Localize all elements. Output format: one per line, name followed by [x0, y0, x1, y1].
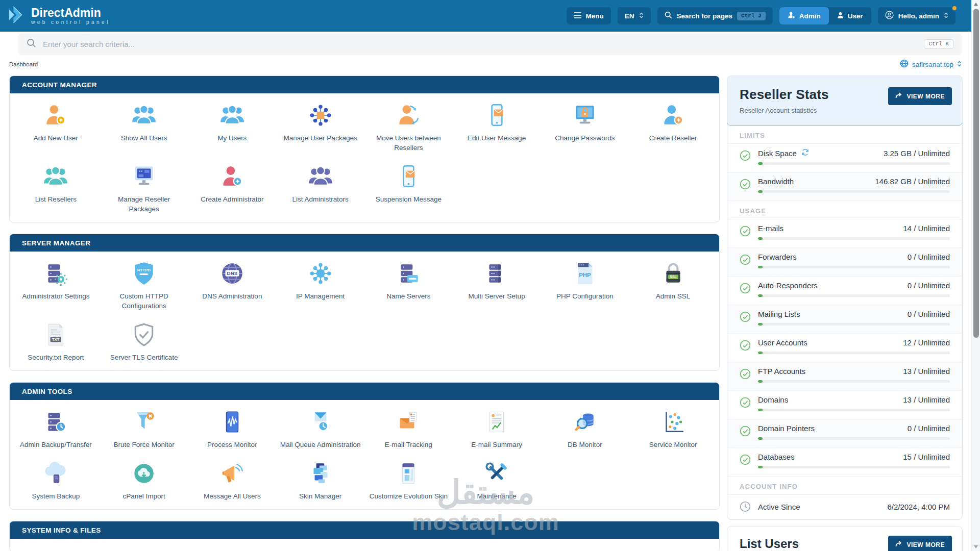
role-user-tab[interactable]: User [829, 7, 871, 24]
mail-clock-icon [308, 409, 333, 435]
stat-row-ftp-accounts: FTP Accounts13 / Unlimited [727, 362, 962, 391]
refresh-icon[interactable] [801, 148, 809, 158]
import-circle-icon [131, 461, 157, 486]
feature-item-system-backup[interactable]: System Backup [12, 454, 100, 505]
feature-item-maintenance[interactable]: Maintenance [453, 454, 541, 505]
chevron-updown-icon [639, 12, 644, 20]
feature-item-security-txt-report[interactable]: TXTSecurity.txt Report [12, 315, 100, 366]
scroll-down-arrow-icon[interactable] [974, 545, 978, 548]
breadcrumb[interactable]: Dashboard [9, 61, 38, 67]
svg-text:PHP: PHP [579, 272, 591, 278]
feature-item-brute-force-monitor[interactable]: Brute Force Monitor [100, 402, 188, 454]
feature-item-label: Mail Queue Administration [280, 440, 361, 449]
feature-item-label: Suspension Message [376, 194, 442, 204]
feature-item-label: DB Monitor [568, 440, 602, 449]
feature-item-label: Message All Users [204, 491, 261, 501]
stat-label: E-mails [758, 224, 783, 233]
feature-item-manage-user-packages[interactable]: Manage User Packages [276, 95, 364, 157]
feature-item-process-monitor[interactable]: Process Monitor [188, 402, 277, 454]
stat-row-user-accounts: User Accounts12 / Unlimited [727, 334, 962, 362]
search-icon [27, 38, 36, 50]
progress-bar [758, 437, 950, 440]
feature-item-php-configuration[interactable]: PHPPHP Configuration [541, 254, 629, 315]
section-card-account-manager: ACCOUNT MANAGERAdd New UserShow All User… [9, 76, 720, 222]
layout-icon [396, 461, 421, 486]
domain-selector[interactable]: safirsanat.top [900, 59, 962, 69]
language-selector[interactable]: EN [618, 7, 651, 24]
feature-item-service-monitor[interactable]: Service Monitor [629, 402, 717, 454]
scroll-up-arrow-icon[interactable] [974, 3, 978, 6]
feature-item-e-mail-summary[interactable]: E-mail Summary [453, 402, 541, 454]
feature-item-e-mail-tracking[interactable]: E-mail Tracking [364, 402, 453, 454]
user-circle-icon [885, 11, 894, 21]
cloud-drive-icon [43, 461, 68, 486]
feature-item-manage-reseller-packages[interactable]: Manage Reseller Packages [100, 157, 188, 218]
feature-item-create-reseller[interactable]: Create Reseller [629, 95, 717, 157]
account-menu[interactable]: Hello, admin [878, 7, 955, 24]
doc-chart-icon [484, 409, 509, 435]
feature-item-label: Administrator Settings [22, 291, 89, 301]
search-pages-button[interactable]: Search for pages Ctrl J [657, 7, 773, 24]
admin-user-icon [788, 11, 795, 20]
feature-item-skin-manager[interactable]: Skin Manager [276, 454, 364, 505]
feature-item-mail-queue-administration[interactable]: Mail Queue Administration [276, 402, 364, 454]
view-more-button[interactable]: VIEW MORE [888, 87, 952, 105]
feature-item-multi-server-setup[interactable]: Multi Server Setup [453, 254, 541, 315]
skin-layers-icon [308, 461, 333, 486]
role-admin-tab[interactable]: Admin [779, 7, 829, 24]
stat-row-mailing-lists: Mailing Lists0 / Unlimited [727, 305, 962, 334]
users-blue-icon [219, 103, 245, 128]
feature-item-my-users[interactable]: My Users [188, 95, 277, 157]
scrollbar-thumb[interactable] [973, 9, 979, 338]
progress-bar [758, 294, 950, 297]
feature-item-message-all-users[interactable]: Message All Users [188, 454, 277, 505]
feature-item-label: List Resellers [35, 194, 77, 204]
feature-item-customize-evolution-skin[interactable]: Customize Evolution Skin [364, 454, 453, 505]
feature-item-label: Change Passwords [555, 133, 615, 143]
lock-ssl-icon: SSL [660, 261, 686, 286]
wave-panel-icon [219, 409, 245, 435]
globe-icon [900, 59, 909, 69]
feature-item-cpanel-import[interactable]: cPanel Import [100, 454, 188, 505]
feature-item-change-passwords[interactable]: Change Passwords [541, 95, 629, 157]
search-input[interactable] [43, 40, 917, 48]
feature-item-label: Edit User Message [468, 133, 526, 143]
section-body [10, 539, 719, 551]
stat-value: 13 / Unlimited [903, 367, 950, 375]
check-circle-icon [740, 254, 751, 267]
feature-item-list-resellers[interactable]: List Resellers [12, 157, 100, 218]
feature-item-administrator-settings[interactable]: Administrator Settings [12, 254, 100, 315]
feature-item-label: DNS Administration [202, 291, 262, 301]
feature-item-dns-administration[interactable]: DNSDNS Administration [188, 254, 277, 315]
feature-item-label: Manage User Packages [284, 133, 357, 143]
stat-value: 13 / Unlimited [903, 395, 950, 404]
feature-item-move-users-between-resellers[interactable]: Move Users between Resellers [364, 95, 453, 157]
stat-row-disk-space: Disk Space3.25 GB / Unlimited [727, 144, 962, 172]
user-add-red-icon [219, 164, 245, 189]
view-more-button[interactable]: VIEW MORE [888, 536, 952, 551]
feature-item-custom-httpd-configurations[interactable]: HTTPDCustom HTTPD Configurations [100, 254, 188, 315]
stat-label: Databases [758, 453, 795, 461]
menu-button[interactable]: Menu [567, 7, 611, 24]
redo-arrow-icon [895, 541, 902, 548]
feature-item-ip-management[interactable]: IP Management [276, 254, 364, 315]
feature-item-db-monitor[interactable]: DB Monitor [541, 402, 629, 454]
feature-item-edit-user-message[interactable]: Edit User Message [453, 95, 541, 157]
feature-item-add-new-user[interactable]: Add New User [12, 95, 100, 157]
users-blue-icon [131, 103, 157, 128]
db-magnifier-icon [572, 409, 598, 435]
feature-item-admin-backup-transfer[interactable]: Admin Backup/Transfer [12, 402, 100, 454]
packages-hub-icon [308, 103, 333, 128]
feature-item-server-tls-certificate[interactable]: Server TLS Certificate [100, 315, 188, 366]
feature-item-suspension-message[interactable]: Suspension Message [364, 157, 453, 218]
page-scrollbar[interactable] [971, 0, 980, 551]
feature-item-create-administrator[interactable]: Create Administrator [188, 157, 277, 218]
reseller-stats-header: Reseller Stats Reseller Account statisti… [727, 76, 963, 126]
directadmin-logo[interactable]: DirectAdmin web control panel [7, 5, 110, 27]
feature-item-show-all-users[interactable]: Show All Users [100, 95, 188, 157]
feature-item-admin-ssl[interactable]: SSLAdmin SSL [629, 254, 717, 315]
feature-item-name-servers[interactable]: Name Servers [364, 254, 453, 315]
side-panel: Reseller Stats Reseller Account statisti… [727, 76, 963, 551]
svg-text:HTTPD: HTTPD [137, 268, 151, 272]
feature-item-list-administrators[interactable]: List Administrators [276, 157, 364, 218]
